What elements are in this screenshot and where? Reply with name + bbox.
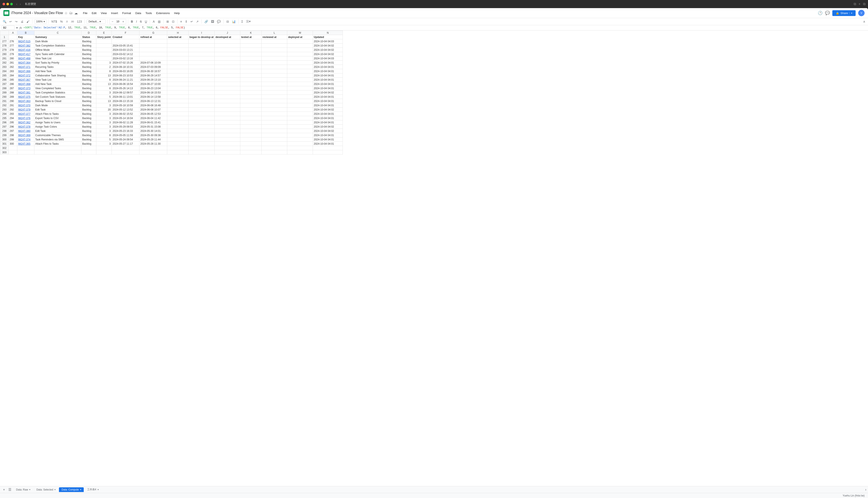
cell[interactable]: 285 xyxy=(9,78,17,82)
cell-developed[interactable] xyxy=(215,107,240,112)
cell-reviewed[interactable] xyxy=(261,129,287,133)
cell-began[interactable] xyxy=(189,133,215,137)
cell-status[interactable]: Backlog xyxy=(81,137,96,142)
cell-reviewed[interactable] xyxy=(261,146,287,150)
cell-reviewed[interactable] xyxy=(261,133,287,137)
cell-developed[interactable] xyxy=(215,103,240,107)
cell-selected[interactable] xyxy=(167,107,189,112)
cell-status[interactable]: Backlog xyxy=(81,48,96,52)
cell[interactable] xyxy=(9,150,17,155)
cell-created[interactable]: 2024-06-11 13:01 xyxy=(112,95,139,99)
cell-deployed[interactable] xyxy=(287,107,313,112)
row-header[interactable]: 298 xyxy=(0,129,9,133)
decimal-inc-button[interactable]: .00 xyxy=(69,19,75,24)
cell-key[interactable]: IM24T-381 xyxy=(17,91,34,95)
row-header[interactable]: 300 xyxy=(0,137,9,142)
cell-updated[interactable]: 2024-10-04 04:01 xyxy=(313,65,343,69)
cell-tested[interactable] xyxy=(240,129,261,133)
user-avatar[interactable]: Y xyxy=(858,10,865,16)
cell-reviewed[interactable] xyxy=(261,99,287,103)
cell-began[interactable] xyxy=(189,116,215,120)
cell-deployed[interactable] xyxy=(287,146,313,150)
cell-developed[interactable] xyxy=(215,133,240,137)
cell-refined[interactable] xyxy=(139,52,167,56)
cell-summary[interactable]: Set Custom Task Statuses xyxy=(34,95,81,99)
cell-story[interactable]: 3 xyxy=(96,112,112,116)
link-button[interactable]: 🔗 xyxy=(203,19,209,24)
cell-selected[interactable] xyxy=(167,116,189,120)
cell-summary[interactable]: Add New Task xyxy=(34,69,81,74)
row-header[interactable]: 281 xyxy=(0,56,9,61)
cell-updated[interactable]: 2024-10-04 04:01 xyxy=(313,99,343,103)
cell-selected[interactable] xyxy=(167,150,189,155)
cell[interactable]: 289 xyxy=(9,95,17,99)
col-header-n[interactable]: N xyxy=(313,31,343,35)
cell-tested[interactable] xyxy=(240,61,261,65)
cell-selected[interactable] xyxy=(167,103,189,107)
cell-began[interactable] xyxy=(189,39,215,43)
cell-summary[interactable]: Recurring Tasks xyxy=(34,65,81,69)
sheet-tab-data-raw[interactable]: Data: Raw ▾ xyxy=(13,487,33,492)
cell-updated[interactable]: 2024-10-04 04:02 xyxy=(313,107,343,112)
cell-status[interactable]: Backlog xyxy=(81,103,96,107)
cell-story[interactable]: 5 xyxy=(96,95,112,99)
cell-tested[interactable] xyxy=(240,82,261,86)
cell[interactable]: deployed at xyxy=(287,35,313,39)
cell-tested[interactable] xyxy=(240,116,261,120)
cell-refined[interactable]: 2024-06-01 15:41 xyxy=(139,120,167,124)
cell-deployed[interactable] xyxy=(287,133,313,137)
cell-refined[interactable]: 2024-05-30 09:38 xyxy=(139,133,167,137)
col-header-l[interactable]: L xyxy=(261,31,287,35)
cell-story[interactable]: 3 xyxy=(96,116,112,120)
cell-developed[interactable] xyxy=(215,146,240,150)
cell-deployed[interactable] xyxy=(287,120,313,124)
cell-summary[interactable]: Assign Task Colors xyxy=(34,124,81,129)
cell-reviewed[interactable] xyxy=(261,116,287,120)
cell-began[interactable] xyxy=(189,95,215,99)
cell-refined[interactable]: 2024-06-23 13:04 xyxy=(139,86,167,91)
col-header-g[interactable]: G xyxy=(139,31,167,35)
cell-summary[interactable]: Backup Tasks to Cloud xyxy=(34,99,81,103)
cell-reviewed[interactable] xyxy=(261,39,287,43)
cell-summary[interactable]: Task Completion Statistics xyxy=(34,91,81,95)
cell-tested[interactable] xyxy=(240,86,261,91)
cell-key[interactable]: IM24T-364 xyxy=(17,61,34,65)
cell-tested[interactable] xyxy=(240,43,261,48)
cell-refined[interactable]: 2024-06-13 12:31 xyxy=(139,99,167,103)
cell-selected[interactable] xyxy=(167,61,189,65)
col-header-a[interactable]: A xyxy=(9,31,17,35)
cell-began[interactable] xyxy=(189,43,215,48)
cell-updated[interactable]: 2024-10-04 04:02 xyxy=(313,52,343,56)
cell-deployed[interactable] xyxy=(287,74,313,78)
row-header[interactable]: 286 xyxy=(0,78,9,82)
redo-button[interactable]: ↪ xyxy=(14,19,18,24)
row-header[interactable]: 279 xyxy=(0,48,9,52)
cell-status[interactable]: Backlog xyxy=(81,69,96,74)
row-header[interactable]: 299 xyxy=(0,133,9,137)
borders-button[interactable]: ⊞ xyxy=(165,19,170,24)
cell-key[interactable]: IM24T-380 xyxy=(17,129,34,133)
cell[interactable]: 292 xyxy=(9,107,17,112)
cell-summary[interactable]: Attach Files to Tasks xyxy=(34,112,81,116)
text-color-button[interactable]: A xyxy=(152,19,156,24)
strikethrough-button[interactable]: S xyxy=(139,19,143,24)
cell-key[interactable]: IM24T-366 xyxy=(17,69,34,74)
cell-began[interactable] xyxy=(189,82,215,86)
cell-created[interactable]: 2024-06-02 15:52 xyxy=(112,112,139,116)
cell-began[interactable] xyxy=(189,124,215,129)
cell-tested[interactable] xyxy=(240,69,261,74)
cell-deployed[interactable] xyxy=(287,86,313,91)
cell-key[interactable]: IM24T-369 xyxy=(17,133,34,137)
col-header-k[interactable]: K xyxy=(240,31,261,35)
cell-tested[interactable] xyxy=(240,107,261,112)
cell-reviewed[interactable] xyxy=(261,150,287,155)
cell[interactable]: Summary xyxy=(34,35,81,39)
cell-updated[interactable]: 2024-10-04 04:01 xyxy=(313,112,343,116)
cell[interactable] xyxy=(9,35,17,39)
cell-key[interactable]: IM24T-370 xyxy=(17,103,34,107)
annotation-button[interactable]: 注▾ xyxy=(245,19,252,24)
cell-story[interactable] xyxy=(96,146,112,150)
cell-updated[interactable]: 2024-10-04 04:01 xyxy=(313,133,343,137)
cell[interactable]: Status xyxy=(81,35,96,39)
cell-refined[interactable]: 2024-07-06 10:09 xyxy=(139,61,167,65)
